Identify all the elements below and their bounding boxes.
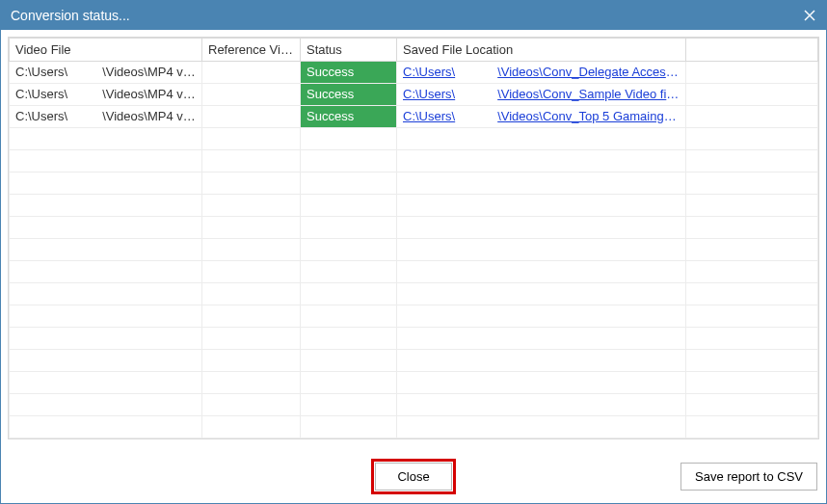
table-row-empty	[10, 128, 818, 150]
table-row-empty	[10, 239, 818, 261]
table-row[interactable]: C:\Users\\Videos\MP4 vi...SuccessC:\User…	[10, 84, 818, 106]
save-report-csv-button[interactable]: Save report to CSV	[680, 463, 817, 491]
table-row-empty	[10, 416, 818, 438]
table-row[interactable]: C:\Users\\Videos\MP4 vi...SuccessC:\User…	[10, 106, 818, 128]
status-cell: Success	[301, 84, 397, 106]
table-row[interactable]: C:\Users\\Videos\MP4 vi...SuccessC:\User…	[10, 62, 818, 84]
table-row-empty	[10, 172, 818, 195]
table-row-empty	[10, 195, 818, 217]
table-row-empty	[10, 394, 818, 416]
table-row-empty	[10, 217, 818, 239]
video-file-cell: C:\Users\\Videos\MP4 vi...	[10, 106, 202, 128]
reference-video-cell	[202, 84, 301, 106]
table-row-empty	[10, 372, 818, 394]
footer-bar: Close Save report to CSV	[8, 452, 819, 496]
video-file-cell: C:\Users\\Videos\MP4 vi...	[10, 84, 202, 106]
col-video-file[interactable]: Video File	[10, 39, 202, 62]
col-saved-location[interactable]: Saved File Location	[397, 39, 686, 62]
table-row-empty	[10, 305, 818, 328]
table-row-empty	[10, 283, 818, 305]
table-row-empty	[10, 261, 818, 283]
extra-cell	[686, 62, 818, 84]
content-area: Video File Reference Video... Status Sav…	[1, 30, 826, 503]
col-reference-video[interactable]: Reference Video...	[202, 39, 301, 62]
saved-location-link[interactable]: C:\Users\\Videos\Conv_Sample Video files…	[397, 84, 686, 106]
reference-video-cell	[202, 106, 301, 128]
close-button-highlight: Close	[371, 459, 456, 494]
saved-location-link[interactable]: C:\Users\\Videos\Conv_Top 5 Gamaing Lapt…	[397, 106, 686, 128]
table-row-empty	[10, 150, 818, 172]
table-header-row: Video File Reference Video... Status Sav…	[10, 39, 818, 62]
close-icon[interactable]	[801, 7, 818, 24]
col-extra[interactable]	[686, 39, 818, 62]
conversion-status-window: Conversion status... Video File Referenc…	[0, 0, 827, 504]
titlebar[interactable]: Conversion status...	[1, 1, 826, 30]
status-cell: Success	[301, 106, 397, 128]
status-cell: Success	[301, 62, 397, 84]
video-file-cell: C:\Users\\Videos\MP4 vi...	[10, 62, 202, 84]
reference-video-cell	[202, 62, 301, 84]
extra-cell	[686, 106, 818, 128]
table-row-empty	[10, 328, 818, 350]
close-button[interactable]: Close	[375, 463, 452, 491]
col-status[interactable]: Status	[301, 39, 397, 62]
saved-location-link[interactable]: C:\Users\\Videos\Conv_Delegate Access Ri…	[397, 62, 686, 84]
window-title: Conversion status...	[11, 8, 130, 23]
table-row-empty	[10, 350, 818, 372]
status-table: Video File Reference Video... Status Sav…	[8, 37, 819, 439]
extra-cell	[686, 84, 818, 106]
